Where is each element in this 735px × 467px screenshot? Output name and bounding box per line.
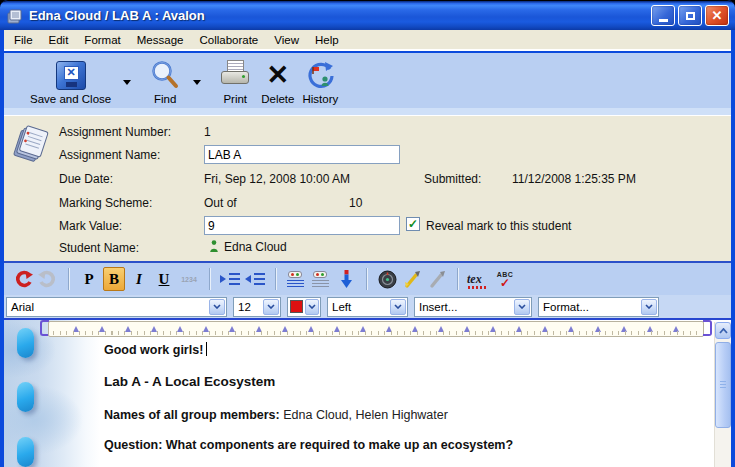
- save-dropdown-caret-icon[interactable]: [123, 80, 131, 85]
- undo-button[interactable]: [12, 267, 34, 291]
- font-size-value: 12: [238, 301, 251, 313]
- editor-area[interactable]: Good work girls! Lab A - A Local Ecosyst…: [4, 320, 731, 467]
- down-arrow-icon: [340, 270, 353, 289]
- ruler-right-margin-marker[interactable]: [703, 320, 712, 336]
- stationery-capsule: [17, 328, 34, 358]
- font-combobox[interactable]: Arial: [6, 297, 227, 317]
- dial-icon: [378, 270, 397, 289]
- student-person-icon: [209, 240, 219, 253]
- pickup-dropper-button[interactable]: [426, 267, 448, 291]
- format-combobox[interactable]: Format...: [538, 297, 659, 317]
- mark-value-label: Mark Value:: [59, 219, 122, 233]
- submitted-value: 11/12/2008 1:25:35 PM: [512, 172, 636, 186]
- document-body[interactable]: Good work girls! Lab A - A Local Ecosyst…: [104, 342, 699, 467]
- alignment-dropdown-button[interactable]: [390, 299, 406, 315]
- paragraph-greeting: Good work girls!: [104, 342, 699, 358]
- window-title: Edna Cloud / LAB A : Avalon: [29, 8, 648, 23]
- chevron-down-icon: [213, 304, 221, 309]
- gray-dropper-icon: [428, 270, 447, 289]
- maximize-icon: [686, 12, 695, 20]
- reveal-mark-label: Reveal mark to this student: [426, 219, 571, 233]
- view-properties-button[interactable]: [376, 267, 398, 291]
- paragraph-heading: Lab A - A Local Ecosystem: [104, 374, 699, 390]
- student-name-text: Edna Cloud: [224, 240, 287, 254]
- insert-value: Insert...: [419, 301, 457, 313]
- menu-collaborate[interactable]: Collaborate: [191, 32, 266, 48]
- stationery-margin: [4, 320, 100, 467]
- close-button[interactable]: ✕: [705, 5, 729, 26]
- paragraph-members: Names of all group members: Edna Cloud, …: [104, 407, 699, 423]
- student-name-value: Edna Cloud: [209, 240, 287, 254]
- menu-message[interactable]: Message: [129, 32, 192, 48]
- alignment-combobox[interactable]: Left: [327, 297, 408, 317]
- mark-value-input[interactable]: [204, 216, 400, 235]
- minimize-icon: [659, 19, 668, 22]
- menu-bar: File Edit Format Message Collaborate Vie…: [4, 30, 731, 51]
- toolbar-lower-strip: [4, 108, 731, 116]
- due-date-label: Due Date:: [59, 172, 113, 186]
- find-dropdown-caret-icon[interactable]: [193, 80, 201, 85]
- format-dropdown-button[interactable]: [641, 299, 657, 315]
- menu-edit[interactable]: Edit: [41, 32, 77, 48]
- decrease-indent-button[interactable]: [244, 267, 266, 291]
- font-dropdown-button[interactable]: [209, 299, 225, 315]
- style-combo-row: Arial 12 Left Insert...: [4, 295, 731, 318]
- save-and-close-label: Save and Close: [30, 93, 111, 105]
- italic-button[interactable]: I: [128, 267, 150, 291]
- save-and-close-icon: ✕: [56, 61, 86, 90]
- print-button[interactable]: Print: [219, 58, 251, 105]
- assignment-name-input[interactable]: [204, 145, 400, 164]
- fixed-size-button[interactable]: 1234: [178, 267, 200, 291]
- color-dropdown-button[interactable]: [305, 299, 319, 315]
- increase-indent-button[interactable]: [219, 267, 241, 291]
- redo-button[interactable]: [37, 267, 59, 291]
- close-icon: ✕: [712, 9, 723, 22]
- menu-help[interactable]: Help: [307, 32, 347, 48]
- chevron-down-icon: [645, 304, 653, 309]
- font-size-dropdown-button[interactable]: [263, 299, 279, 315]
- history-label: History: [302, 93, 338, 105]
- bold-button[interactable]: B: [103, 267, 125, 291]
- history-button[interactable]: History: [302, 58, 338, 105]
- plain-style-button[interactable]: P: [78, 267, 100, 291]
- scroll-up-button[interactable]: [715, 322, 731, 339]
- delete-icon: ✕: [267, 62, 290, 89]
- font-color-combobox[interactable]: [287, 297, 321, 317]
- title-bar[interactable]: Edna Cloud / LAB A : Avalon ✕: [0, 0, 735, 30]
- assignment-form: Assignment Number: 1 Assignment Name: Du…: [4, 116, 731, 261]
- color-swatch: [290, 300, 303, 313]
- maximize-button[interactable]: [678, 5, 702, 26]
- assignment-number-label: Assignment Number:: [59, 125, 171, 139]
- underline-button[interactable]: U: [153, 267, 175, 291]
- insert-below-button[interactable]: [335, 267, 357, 291]
- marking-scheme-value: Out of: [204, 196, 237, 210]
- print-icon: [219, 60, 251, 90]
- highlight-dropper-button[interactable]: [401, 267, 423, 291]
- reveal-mark-checkbox[interactable]: ✓: [406, 217, 420, 231]
- menu-view[interactable]: View: [266, 32, 307, 48]
- checkbox-check-icon: ✓: [408, 218, 418, 230]
- insert-combobox[interactable]: Insert...: [414, 297, 532, 317]
- save-and-close-button[interactable]: ✕ Save and Close: [30, 58, 111, 105]
- menu-file[interactable]: File: [6, 32, 41, 48]
- spell-check-button[interactable]: ABC ✓: [494, 267, 516, 291]
- redo-icon: [38, 270, 58, 288]
- line-spacing-button[interactable]: [310, 267, 332, 291]
- scrollbar-thumb[interactable]: [715, 342, 731, 428]
- insert-dropdown-button[interactable]: [514, 299, 530, 315]
- paragraph-spacing-button[interactable]: [285, 267, 307, 291]
- menu-format[interactable]: Format: [76, 32, 128, 48]
- decrease-indent-icon: [245, 271, 265, 287]
- stationery-capsule: [17, 437, 34, 467]
- due-date-value: Fri, Sep 12, 2008 10:00 AM: [204, 172, 350, 186]
- minimize-button[interactable]: [651, 5, 675, 26]
- stationery-capsule: [17, 382, 34, 412]
- font-size-combobox[interactable]: 12: [233, 297, 281, 317]
- find-button[interactable]: Find: [149, 58, 181, 105]
- vertical-scrollbar[interactable]: [714, 322, 731, 467]
- application-window: Edna Cloud / LAB A : Avalon ✕ File Edit …: [0, 0, 735, 467]
- insert-signature-button[interactable]: tex: [467, 267, 491, 291]
- delete-button[interactable]: ✕ Delete: [261, 58, 294, 105]
- paragraph-question: Question: What components are required t…: [104, 437, 699, 453]
- ruler[interactable]: [48, 321, 704, 337]
